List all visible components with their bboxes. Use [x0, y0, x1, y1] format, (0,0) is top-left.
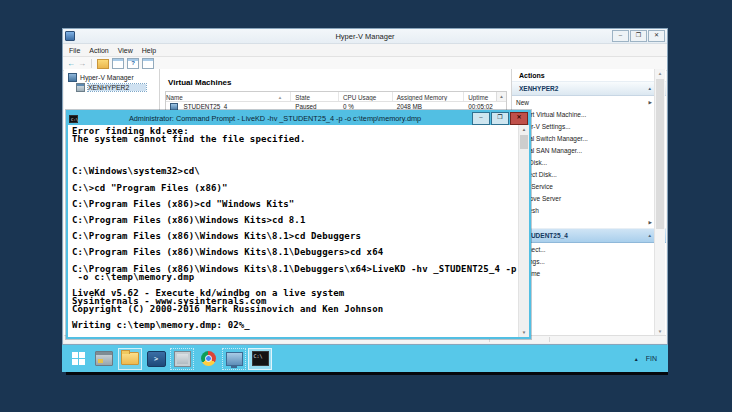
actions-pane: Actions XENHYPER2 ▲ New ▶ Import Virtual… — [512, 69, 666, 336]
menu-file[interactable]: File — [69, 47, 80, 54]
chrome-icon — [201, 351, 216, 366]
action-view[interactable]: View ▶ — [512, 216, 666, 228]
action-inspect-disk[interactable]: Inspect Disk... — [512, 168, 666, 180]
hyperv-titlebar[interactable]: Hyper-V Manager – ❐ ✕ — [63, 29, 667, 44]
column-state[interactable]: State — [291, 92, 339, 101]
vm-cpu: 0 % — [339, 103, 393, 110]
show-hidden-icons-button[interactable]: ▲ — [634, 356, 639, 362]
action-new[interactable]: New ▶ — [512, 96, 666, 108]
desktop: Hyper-V Manager – ❐ ✕ File Action View H… — [0, 0, 732, 412]
action-refresh[interactable]: Refresh — [512, 204, 666, 216]
vm-connect-icon — [226, 352, 243, 366]
action-pane-icon[interactable] — [142, 58, 154, 69]
column-name[interactable]: Name ▲ — [166, 92, 291, 101]
help-icon[interactable]: ? — [127, 58, 139, 69]
powershell-icon: > — [147, 351, 166, 367]
toolbar-separator — [91, 59, 92, 68]
submenu-icon: ▶ — [649, 220, 652, 225]
taskbar-tray: ▲ FIN — [634, 355, 668, 362]
action-stop-service[interactable]: Stop Service — [512, 180, 666, 192]
tree-item-server[interactable]: XENHYPER2 — [64, 82, 159, 92]
cmd-window-title: Administrator: Command Prompt - LiveKD -… — [78, 114, 472, 123]
action-import-vm[interactable]: Import Virtual Machine... — [512, 108, 666, 120]
cmd-close-button[interactable]: ✕ — [510, 112, 528, 125]
action-edit-disk[interactable]: Edit Disk... — [512, 156, 666, 168]
vm-table: Name ▲ State CPU Usage Assigned Memory U… — [165, 91, 507, 112]
cmd-window-icon: C:\ — [69, 115, 78, 123]
action-remove-server[interactable]: Remove Server — [512, 192, 666, 204]
hyperv-manager-taskbar-button[interactable] — [170, 348, 194, 370]
cmd-titlebar[interactable]: C:\ Administrator: Command Prompt - Live… — [68, 112, 529, 125]
console-output[interactable]: Error finding kd.exe: The system cannot … — [68, 125, 529, 337]
vm-memory: 2048 MB — [393, 103, 465, 110]
cmd-minimize-button[interactable]: – — [472, 112, 490, 125]
menu-view[interactable]: View — [118, 47, 133, 54]
action-virtual-switch-manager[interactable]: Virtual Switch Manager... — [512, 132, 666, 144]
forward-icon[interactable]: → — [78, 60, 86, 68]
export-list-icon[interactable] — [97, 59, 109, 69]
column-cpu-usage[interactable]: CPU Usage — [339, 92, 393, 101]
vm-table-header: Name ▲ State CPU Usage Assigned Memory U… — [166, 92, 506, 102]
action-connect[interactable]: Connect... — [512, 243, 666, 255]
hyperv-minimize-button[interactable]: – — [612, 30, 629, 42]
tree-item-hyperv-manager[interactable]: Hyper-V Manager — [64, 72, 159, 82]
server-manager-icon — [95, 351, 113, 366]
language-indicator[interactable]: FIN — [646, 355, 657, 362]
hyperv-close-button[interactable]: ✕ — [648, 30, 665, 42]
console-tree-icon[interactable] — [112, 58, 124, 69]
scrollbar-thumb[interactable] — [656, 79, 664, 229]
vm-connect-button[interactable] — [222, 348, 246, 370]
windows-logo-icon — [72, 352, 85, 365]
command-prompt-button[interactable]: C:\ — [248, 348, 272, 370]
scroll-down-icon[interactable]: ▼ — [519, 328, 529, 337]
console-text: Error finding kd.exe: The system cannot … — [68, 125, 529, 329]
vm-list-title: Virtual Machines — [168, 78, 511, 87]
chrome-button[interactable] — [196, 348, 220, 370]
scroll-up-icon[interactable]: ▲ — [519, 125, 529, 134]
hyperv-app-icon — [174, 351, 191, 367]
tree-root-label: Hyper-V Manager — [80, 74, 134, 81]
hyperv-menubar: File Action View Help — [63, 44, 667, 57]
menu-help[interactable]: Help — [142, 47, 156, 54]
sort-asc-icon: ▲ — [278, 95, 282, 100]
hyperv-manager-icon — [68, 73, 77, 82]
vm-state: Paused — [291, 103, 339, 110]
actions-server-header[interactable]: XENHYPER2 ▲ — [512, 81, 666, 96]
action-vm-settings[interactable]: Settings... — [512, 255, 666, 267]
scrollbar-thumb[interactable] — [520, 135, 528, 149]
screen-bottom-edge — [66, 372, 668, 375]
tree-server-label: XENHYPER2 — [88, 84, 146, 91]
cmd-maximize-button[interactable]: ❐ — [491, 112, 509, 125]
collapse-icon[interactable]: ▲ — [648, 86, 652, 91]
column-assigned-memory[interactable]: Assigned Memory — [393, 92, 465, 101]
actions-scrollbar[interactable]: ▲ ▼ — [654, 69, 665, 336]
vm-name: _STUDENT25_4 — [180, 103, 227, 110]
collapse-icon[interactable]: ▲ — [648, 233, 652, 238]
submenu-icon: ▶ — [649, 100, 652, 105]
hyperv-window-title: Hyper-V Manager — [63, 32, 667, 41]
folder-icon — [121, 352, 139, 365]
statusbar-separator — [549, 337, 550, 342]
action-resume[interactable]: Resume — [512, 267, 666, 279]
start-button[interactable] — [66, 348, 90, 370]
hyperv-maximize-button[interactable]: ❐ — [630, 30, 647, 42]
command-prompt-window: C:\ Administrator: Command Prompt - Live… — [66, 110, 531, 339]
file-explorer-button[interactable] — [118, 348, 142, 370]
powershell-button[interactable]: > — [144, 348, 168, 370]
scroll-up-icon[interactable]: ▲ — [655, 69, 665, 78]
server-icon — [76, 83, 85, 92]
vm-list-scroll-up[interactable]: ▲ — [496, 92, 506, 101]
actions-pane-title: Actions — [512, 69, 666, 81]
action-virtual-san-manager[interactable]: Virtual SAN Manager... — [512, 144, 666, 156]
action-hyperv-settings[interactable]: Hyper-V Settings... — [512, 120, 666, 132]
console-scrollbar[interactable]: ▲ ▼ — [518, 125, 529, 337]
taskbar: > C:\ ▲ FIN — [62, 345, 668, 372]
back-icon[interactable]: ← — [67, 60, 75, 68]
cmd-icon: C:\ — [252, 351, 269, 366]
vm-uptime: 00:05:02 — [464, 103, 506, 110]
menu-action[interactable]: Action — [89, 47, 108, 54]
server-manager-button[interactable] — [92, 348, 116, 370]
actions-vm-header[interactable]: _STUDENT25_4 ▲ — [512, 228, 666, 243]
